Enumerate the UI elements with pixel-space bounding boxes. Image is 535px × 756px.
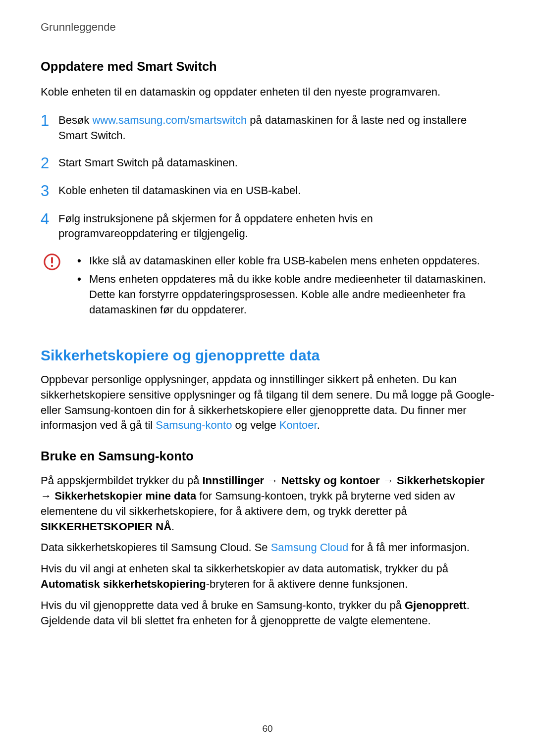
text: -bryteren for å aktivere denne funksjone… [206,578,408,590]
step-number: 2 [41,155,58,172]
restore-label: Gjenopprett [405,599,467,611]
text: Data sikkerhetskopieres til Samsung Clou… [41,541,271,554]
step-number: 1 [41,113,58,144]
arrow-icon: → [380,474,397,487]
section-header: Grunnleggende [41,21,494,34]
path-backup-data: Sikkerhetskopier mine data [54,490,196,502]
step-3: 3 Koble enheten til datamaskinen via en … [41,183,494,200]
smart-switch-section: Oppdatere med Smart Switch Koble enheten… [41,58,494,320]
arrow-icon: → [41,490,54,502]
step-text: Følg instruksjonene på skjermen for å op… [58,211,494,242]
step-number: 3 [41,183,58,200]
backup-section: Sikkerhetskopiere og gjenopprette data O… [41,346,494,628]
backup-heading: Sikkerhetskopiere og gjenopprette data [41,346,494,365]
backup-intro: Oppbevar personlige opplysninger, appdat… [41,372,494,433]
text: for å få mer informasjon. [348,541,470,554]
text: Hvis du vil gjenopprette data ved å bruk… [41,599,405,611]
arrow-icon: → [264,474,281,487]
caution-item: Mens enheten oppdateres må du ikke koble… [76,272,494,317]
step-text: Start Smart Switch på datamaskinen. [58,155,494,172]
smartswitch-url-link[interactable]: www.samsung.com/smartswitch [92,114,247,126]
step-text: Koble enheten til datamaskinen via en US… [58,183,494,200]
backup-para-3: Hvis du vil angi at enheten skal ta sikk… [41,561,494,592]
path-settings: Innstillinger [203,474,265,487]
page-number: 60 [0,723,535,734]
path-cloud-accounts: Nettsky og kontoer [281,474,379,487]
step-4: 4 Følg instruksjonene på skjermen for å … [41,211,494,242]
step-1: 1 Besøk www.samsung.com/smartswitch på d… [41,113,494,144]
svg-point-2 [51,265,54,267]
intro-text: . [317,419,320,431]
caution-item: Ikke slå av datamaskinen eller koble fra… [76,253,494,269]
smart-switch-steps: 1 Besøk www.samsung.com/smartswitch på d… [41,113,494,242]
caution-icon [43,252,61,271]
svg-rect-1 [51,257,53,263]
caution-block: Ikke slå av datamaskinen eller koble fra… [43,253,494,320]
samsung-cloud-link[interactable]: Samsung Cloud [271,541,349,554]
path-backup: Sikkerhetskopier [397,474,484,487]
step-text: Besøk [58,114,92,126]
smart-switch-intro: Koble enheten til en datamaskin og oppda… [41,85,494,100]
intro-text: og velge [232,419,279,431]
backup-para-1: På appskjermbildet trykker du på Innstil… [41,473,494,534]
step-2: 2 Start Smart Switch på datamaskinen. [41,155,494,172]
backup-now-label: SIKKERHETSKOPIER NÅ [41,520,171,533]
step-number: 4 [41,211,58,242]
kontoer-link[interactable]: Kontoer [279,419,317,431]
text: Hvis du vil angi at enheten skal ta sikk… [41,562,448,575]
page-content: Grunnleggende Oppdatere med Smart Switch… [0,0,535,628]
caution-list: Ikke slå av datamaskinen eller koble fra… [76,253,494,320]
samsung-konto-heading: Bruke en Samsung-konto [41,448,494,464]
backup-para-4: Hvis du vil gjenopprette data ved å bruk… [41,598,494,629]
text: På appskjermbildet trykker du på [41,474,203,487]
text: . [171,520,174,533]
smart-switch-heading: Oppdatere med Smart Switch [41,58,494,75]
samsung-konto-link[interactable]: Samsung-konto [156,419,232,431]
auto-backup-label: Automatisk sikkerhetskopiering [41,578,206,590]
backup-para-2: Data sikkerhetskopieres til Samsung Clou… [41,540,494,555]
